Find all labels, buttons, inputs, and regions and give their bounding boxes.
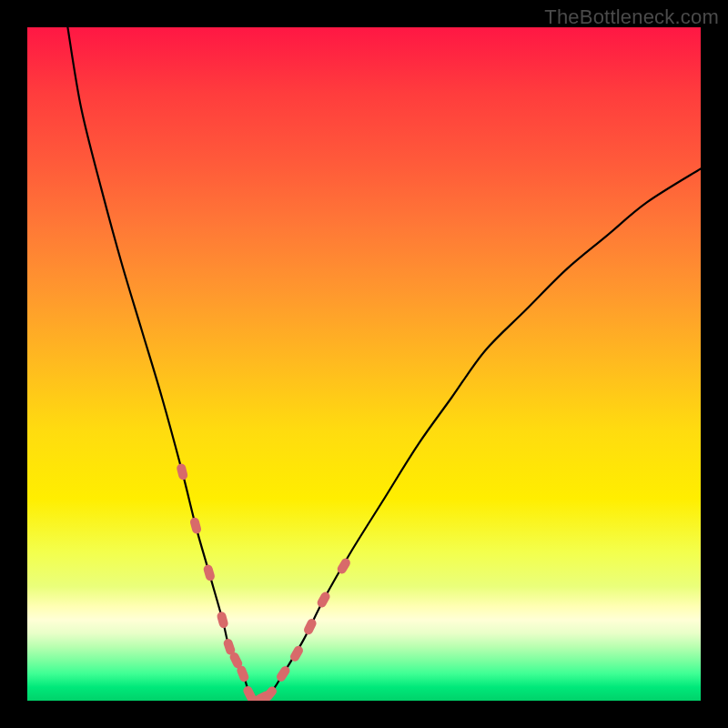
highlight-marker bbox=[275, 664, 291, 683]
highlight-markers bbox=[176, 462, 352, 701]
plot-area bbox=[27, 27, 701, 701]
highlight-marker bbox=[189, 517, 202, 535]
chart-frame: TheBottleneck.com bbox=[0, 0, 728, 728]
highlight-marker bbox=[216, 611, 228, 629]
highlight-marker bbox=[176, 462, 188, 480]
highlight-marker bbox=[316, 591, 331, 610]
bottleneck-curve bbox=[67, 27, 701, 701]
watermark-text: TheBottleneck.com bbox=[544, 5, 719, 29]
curve-svg bbox=[27, 27, 701, 701]
highlight-marker bbox=[302, 617, 318, 636]
highlight-marker bbox=[203, 563, 217, 581]
